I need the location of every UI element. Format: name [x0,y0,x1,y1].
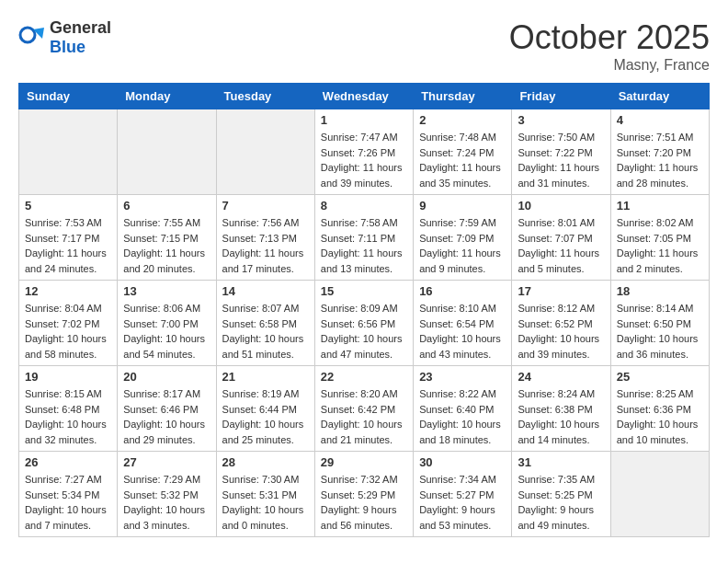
calendar-week-row: 1Sunrise: 7:47 AM Sunset: 7:26 PM Daylig… [19,109,710,195]
calendar-cell: 27Sunrise: 7:29 AM Sunset: 5:32 PM Dayli… [118,452,216,537]
calendar-cell: 14Sunrise: 8:07 AM Sunset: 6:58 PM Dayli… [216,281,314,366]
logo-blue: Blue [50,38,85,56]
calendar-cell: 7Sunrise: 7:56 AM Sunset: 7:13 PM Daylig… [216,195,314,281]
day-info: Sunrise: 8:12 AM Sunset: 6:52 PM Dayligh… [518,301,604,362]
day-info: Sunrise: 7:29 AM Sunset: 5:32 PM Dayligh… [123,472,210,533]
day-number: 28 [222,455,309,469]
day-number: 13 [123,284,210,298]
weekday-header-cell: Thursday [414,84,512,109]
day-number: 15 [321,284,407,298]
calendar-cell: 15Sunrise: 8:09 AM Sunset: 6:56 PM Dayli… [314,281,413,366]
day-info: Sunrise: 7:59 AM Sunset: 7:09 PM Dayligh… [419,215,506,276]
calendar-cell: 3Sunrise: 7:50 AM Sunset: 7:22 PM Daylig… [512,109,610,195]
calendar-cell: 9Sunrise: 7:59 AM Sunset: 7:09 PM Daylig… [414,195,512,281]
day-info: Sunrise: 7:50 AM Sunset: 7:22 PM Dayligh… [518,130,604,190]
calendar-cell: 5Sunrise: 7:53 AM Sunset: 7:17 PM Daylig… [19,195,118,281]
day-number: 8 [321,199,407,213]
day-number: 20 [123,370,210,384]
day-info: Sunrise: 8:06 AM Sunset: 7:00 PM Dayligh… [123,301,210,362]
day-info: Sunrise: 7:30 AM Sunset: 5:31 PM Dayligh… [222,472,309,533]
day-info: Sunrise: 7:53 AM Sunset: 7:17 PM Dayligh… [25,215,111,276]
day-number: 7 [222,199,309,213]
calendar-week-row: 19Sunrise: 8:15 AM Sunset: 6:48 PM Dayli… [19,366,710,452]
day-number: 27 [123,455,210,469]
day-info: Sunrise: 7:48 AM Sunset: 7:24 PM Dayligh… [419,130,506,190]
calendar-cell: 1Sunrise: 7:47 AM Sunset: 7:26 PM Daylig… [314,109,413,195]
day-info: Sunrise: 7:34 AM Sunset: 5:27 PM Dayligh… [419,472,506,533]
day-info: Sunrise: 7:32 AM Sunset: 5:29 PM Dayligh… [321,472,407,533]
calendar-cell: 25Sunrise: 8:25 AM Sunset: 6:36 PM Dayli… [610,366,709,452]
month-title: October 2025 [509,18,710,57]
calendar-week-row: 26Sunrise: 7:27 AM Sunset: 5:34 PM Dayli… [19,452,710,537]
calendar-cell: 19Sunrise: 8:15 AM Sunset: 6:48 PM Dayli… [19,366,118,452]
day-info: Sunrise: 7:55 AM Sunset: 7:15 PM Dayligh… [123,215,210,276]
calendar-cell [216,109,314,195]
logo-icon [18,24,46,52]
calendar-week-row: 12Sunrise: 8:04 AM Sunset: 7:02 PM Dayli… [19,281,710,366]
calendar-cell: 18Sunrise: 8:14 AM Sunset: 6:50 PM Dayli… [610,281,709,366]
calendar-cell [118,109,216,195]
day-number: 1 [321,113,407,127]
calendar-cell: 22Sunrise: 8:20 AM Sunset: 6:42 PM Dayli… [314,366,413,452]
logo: General Blue [18,18,111,57]
day-info: Sunrise: 8:14 AM Sunset: 6:50 PM Dayligh… [617,301,703,362]
weekday-header-cell: Monday [118,84,216,109]
weekday-header-cell: Tuesday [216,84,314,109]
calendar-cell: 26Sunrise: 7:27 AM Sunset: 5:34 PM Dayli… [19,452,118,537]
day-number: 26 [25,455,111,469]
calendar-cell: 23Sunrise: 8:22 AM Sunset: 6:40 PM Dayli… [414,366,512,452]
day-info: Sunrise: 8:10 AM Sunset: 6:54 PM Dayligh… [419,301,506,362]
day-info: Sunrise: 7:47 AM Sunset: 7:26 PM Dayligh… [321,130,407,190]
calendar-table: SundayMondayTuesdayWednesdayThursdayFrid… [18,83,710,537]
day-number: 23 [419,370,506,384]
calendar-cell: 31Sunrise: 7:35 AM Sunset: 5:25 PM Dayli… [512,452,610,537]
day-info: Sunrise: 8:09 AM Sunset: 6:56 PM Dayligh… [321,301,407,362]
day-number: 12 [25,284,111,298]
day-number: 6 [123,199,210,213]
day-number: 10 [518,199,604,213]
day-number: 29 [321,455,407,469]
weekday-header-cell: Sunday [19,84,118,109]
day-number: 24 [518,370,604,384]
day-info: Sunrise: 7:58 AM Sunset: 7:11 PM Dayligh… [321,215,407,276]
day-info: Sunrise: 7:51 AM Sunset: 7:20 PM Dayligh… [617,130,703,190]
day-number: 22 [321,370,407,384]
day-number: 5 [25,199,111,213]
location: Masny, France [509,57,710,74]
page-header: General Blue October 2025 Masny, France [18,18,710,74]
day-number: 4 [617,113,703,127]
calendar-cell: 21Sunrise: 8:19 AM Sunset: 6:44 PM Dayli… [216,366,314,452]
day-number: 25 [617,370,703,384]
calendar-cell: 29Sunrise: 7:32 AM Sunset: 5:29 PM Dayli… [314,452,413,537]
day-number: 16 [419,284,506,298]
logo-general: General [50,18,111,37]
day-info: Sunrise: 8:02 AM Sunset: 7:05 PM Dayligh… [617,215,703,276]
calendar-cell [19,109,118,195]
day-info: Sunrise: 8:07 AM Sunset: 6:58 PM Dayligh… [222,301,309,362]
day-info: Sunrise: 8:04 AM Sunset: 7:02 PM Dayligh… [25,301,111,362]
calendar-cell: 28Sunrise: 7:30 AM Sunset: 5:31 PM Dayli… [216,452,314,537]
calendar-cell: 17Sunrise: 8:12 AM Sunset: 6:52 PM Dayli… [512,281,610,366]
day-number: 18 [617,284,703,298]
day-info: Sunrise: 8:20 AM Sunset: 6:42 PM Dayligh… [321,386,407,447]
day-number: 17 [518,284,604,298]
day-number: 9 [419,199,506,213]
calendar-cell: 10Sunrise: 8:01 AM Sunset: 7:07 PM Dayli… [512,195,610,281]
calendar-cell: 20Sunrise: 8:17 AM Sunset: 6:46 PM Dayli… [118,366,216,452]
day-number: 14 [222,284,309,298]
weekday-header-cell: Saturday [610,84,709,109]
day-number: 30 [419,455,506,469]
calendar-cell: 30Sunrise: 7:34 AM Sunset: 5:27 PM Dayli… [414,452,512,537]
day-info: Sunrise: 7:27 AM Sunset: 5:34 PM Dayligh… [25,472,111,533]
svg-point-0 [20,28,35,42]
calendar-week-row: 5Sunrise: 7:53 AM Sunset: 7:17 PM Daylig… [19,195,710,281]
weekday-header-row: SundayMondayTuesdayWednesdayThursdayFrid… [19,84,710,109]
calendar-cell: 8Sunrise: 7:58 AM Sunset: 7:11 PM Daylig… [314,195,413,281]
day-number: 31 [518,455,604,469]
day-number: 19 [25,370,111,384]
calendar-cell: 2Sunrise: 7:48 AM Sunset: 7:24 PM Daylig… [414,109,512,195]
calendar-cell: 4Sunrise: 7:51 AM Sunset: 7:20 PM Daylig… [610,109,709,195]
calendar-cell: 11Sunrise: 8:02 AM Sunset: 7:05 PM Dayli… [610,195,709,281]
day-info: Sunrise: 8:17 AM Sunset: 6:46 PM Dayligh… [123,386,210,447]
day-number: 11 [617,199,703,213]
